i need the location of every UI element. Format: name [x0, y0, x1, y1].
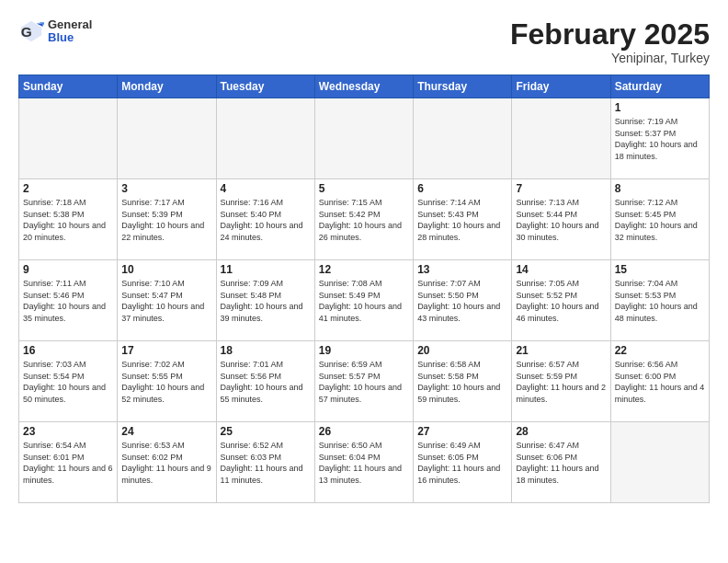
day-info: Sunrise: 6:58 AM Sunset: 5:58 PM Dayligh… [417, 359, 507, 405]
day-number: 24 [121, 425, 211, 438]
day-cell [216, 98, 314, 179]
day-number: 4 [221, 182, 311, 195]
day-info: Sunrise: 7:13 AM Sunset: 5:44 PM Dayligh… [516, 197, 606, 243]
day-number: 14 [516, 263, 606, 276]
day-info: Sunrise: 7:16 AM Sunset: 5:40 PM Dayligh… [221, 197, 311, 243]
day-cell: 3Sunrise: 7:17 AM Sunset: 5:39 PM Daylig… [118, 179, 216, 260]
day-cell [610, 422, 709, 503]
day-info: Sunrise: 7:01 AM Sunset: 5:56 PM Dayligh… [221, 359, 311, 405]
day-cell [118, 98, 216, 179]
calendar-table: Sunday Monday Tuesday Wednesday Thursday… [18, 75, 710, 503]
col-wednesday: Wednesday [314, 75, 413, 98]
day-number: 26 [319, 425, 409, 438]
col-sunday: Sunday [19, 75, 118, 98]
day-number: 8 [615, 182, 705, 195]
day-number: 22 [615, 344, 705, 357]
day-cell [19, 98, 118, 179]
calendar-title: February 2025 [510, 18, 710, 51]
logo-icon: G [18, 18, 44, 44]
svg-text:G: G [21, 24, 32, 40]
day-info: Sunrise: 7:19 AM Sunset: 5:37 PM Dayligh… [615, 116, 705, 162]
day-number: 6 [417, 182, 507, 195]
week-row-2: 9Sunrise: 7:11 AM Sunset: 5:46 PM Daylig… [19, 260, 710, 341]
week-row-4: 23Sunrise: 6:54 AM Sunset: 6:01 PM Dayli… [19, 422, 710, 503]
logo: G General Blue [18, 18, 92, 45]
day-info: Sunrise: 7:15 AM Sunset: 5:42 PM Dayligh… [319, 197, 409, 243]
col-thursday: Thursday [414, 75, 512, 98]
day-info: Sunrise: 7:05 AM Sunset: 5:52 PM Dayligh… [516, 278, 606, 324]
day-cell: 22Sunrise: 6:56 AM Sunset: 6:00 PM Dayli… [610, 341, 709, 422]
day-cell: 17Sunrise: 7:02 AM Sunset: 5:55 PM Dayli… [118, 341, 216, 422]
day-cell: 9Sunrise: 7:11 AM Sunset: 5:46 PM Daylig… [19, 260, 118, 341]
day-cell: 5Sunrise: 7:15 AM Sunset: 5:42 PM Daylig… [314, 179, 413, 260]
day-number: 19 [319, 344, 409, 357]
day-cell: 6Sunrise: 7:14 AM Sunset: 5:43 PM Daylig… [414, 179, 512, 260]
day-number: 20 [417, 344, 507, 357]
day-info: Sunrise: 7:14 AM Sunset: 5:43 PM Dayligh… [417, 197, 507, 243]
day-cell: 11Sunrise: 7:09 AM Sunset: 5:48 PM Dayli… [216, 260, 314, 341]
day-cell [314, 98, 413, 179]
day-info: Sunrise: 7:02 AM Sunset: 5:55 PM Dayligh… [121, 359, 211, 405]
day-cell: 26Sunrise: 6:50 AM Sunset: 6:04 PM Dayli… [314, 422, 413, 503]
day-cell: 2Sunrise: 7:18 AM Sunset: 5:38 PM Daylig… [19, 179, 118, 260]
col-monday: Monday [118, 75, 216, 98]
day-info: Sunrise: 6:53 AM Sunset: 6:02 PM Dayligh… [121, 440, 211, 486]
day-info: Sunrise: 7:03 AM Sunset: 5:54 PM Dayligh… [23, 359, 113, 405]
day-number: 10 [121, 263, 211, 276]
header: G General Blue February 2025 Yenipinar, … [18, 18, 710, 65]
day-number: 12 [319, 263, 409, 276]
day-cell: 15Sunrise: 7:04 AM Sunset: 5:53 PM Dayli… [610, 260, 709, 341]
title-block: February 2025 Yenipinar, Turkey [510, 18, 710, 65]
day-info: Sunrise: 7:08 AM Sunset: 5:49 PM Dayligh… [319, 278, 409, 324]
day-info: Sunrise: 6:47 AM Sunset: 6:06 PM Dayligh… [516, 440, 606, 486]
logo-text: General Blue [48, 18, 92, 45]
day-number: 17 [121, 344, 211, 357]
day-info: Sunrise: 7:17 AM Sunset: 5:39 PM Dayligh… [121, 197, 211, 243]
day-info: Sunrise: 7:12 AM Sunset: 5:45 PM Dayligh… [615, 197, 705, 243]
day-number: 23 [23, 425, 113, 438]
day-cell: 13Sunrise: 7:07 AM Sunset: 5:50 PM Dayli… [414, 260, 512, 341]
day-cell: 23Sunrise: 6:54 AM Sunset: 6:01 PM Dayli… [19, 422, 118, 503]
day-number: 21 [516, 344, 606, 357]
day-cell: 24Sunrise: 6:53 AM Sunset: 6:02 PM Dayli… [118, 422, 216, 503]
page: G General Blue February 2025 Yenipinar, … [0, 0, 728, 512]
day-number: 11 [221, 263, 311, 276]
day-cell: 7Sunrise: 7:13 AM Sunset: 5:44 PM Daylig… [512, 179, 610, 260]
week-row-0: 1Sunrise: 7:19 AM Sunset: 5:37 PM Daylig… [19, 98, 710, 179]
week-row-3: 16Sunrise: 7:03 AM Sunset: 5:54 PM Dayli… [19, 341, 710, 422]
day-number: 18 [221, 344, 311, 357]
week-row-1: 2Sunrise: 7:18 AM Sunset: 5:38 PM Daylig… [19, 179, 710, 260]
logo-blue: Blue [48, 30, 74, 44]
day-cell: 18Sunrise: 7:01 AM Sunset: 5:56 PM Dayli… [216, 341, 314, 422]
day-cell: 14Sunrise: 7:05 AM Sunset: 5:52 PM Dayli… [512, 260, 610, 341]
day-info: Sunrise: 7:04 AM Sunset: 5:53 PM Dayligh… [615, 278, 705, 324]
day-cell: 4Sunrise: 7:16 AM Sunset: 5:40 PM Daylig… [216, 179, 314, 260]
day-number: 9 [23, 263, 113, 276]
calendar-subtitle: Yenipinar, Turkey [510, 51, 710, 65]
day-cell: 28Sunrise: 6:47 AM Sunset: 6:06 PM Dayli… [512, 422, 610, 503]
day-number: 2 [23, 182, 113, 195]
day-cell: 27Sunrise: 6:49 AM Sunset: 6:05 PM Dayli… [414, 422, 512, 503]
day-cell: 12Sunrise: 7:08 AM Sunset: 5:49 PM Dayli… [314, 260, 413, 341]
day-info: Sunrise: 6:59 AM Sunset: 5:57 PM Dayligh… [319, 359, 409, 405]
day-number: 27 [417, 425, 507, 438]
day-number: 13 [417, 263, 507, 276]
day-info: Sunrise: 6:54 AM Sunset: 6:01 PM Dayligh… [23, 440, 113, 486]
day-number: 7 [516, 182, 606, 195]
col-tuesday: Tuesday [216, 75, 314, 98]
day-info: Sunrise: 6:56 AM Sunset: 6:00 PM Dayligh… [615, 359, 705, 405]
day-cell: 16Sunrise: 7:03 AM Sunset: 5:54 PM Dayli… [19, 341, 118, 422]
day-cell: 1Sunrise: 7:19 AM Sunset: 5:37 PM Daylig… [610, 98, 709, 179]
day-info: Sunrise: 7:07 AM Sunset: 5:50 PM Dayligh… [417, 278, 507, 324]
day-cell: 20Sunrise: 6:58 AM Sunset: 5:58 PM Dayli… [414, 341, 512, 422]
day-cell: 19Sunrise: 6:59 AM Sunset: 5:57 PM Dayli… [314, 341, 413, 422]
day-cell: 25Sunrise: 6:52 AM Sunset: 6:03 PM Dayli… [216, 422, 314, 503]
day-info: Sunrise: 7:18 AM Sunset: 5:38 PM Dayligh… [23, 197, 113, 243]
day-number: 25 [221, 425, 311, 438]
day-cell: 8Sunrise: 7:12 AM Sunset: 5:45 PM Daylig… [610, 179, 709, 260]
day-number: 3 [121, 182, 211, 195]
day-number: 28 [516, 425, 606, 438]
day-info: Sunrise: 6:50 AM Sunset: 6:04 PM Dayligh… [319, 440, 409, 486]
day-info: Sunrise: 7:10 AM Sunset: 5:47 PM Dayligh… [121, 278, 211, 324]
col-saturday: Saturday [610, 75, 709, 98]
